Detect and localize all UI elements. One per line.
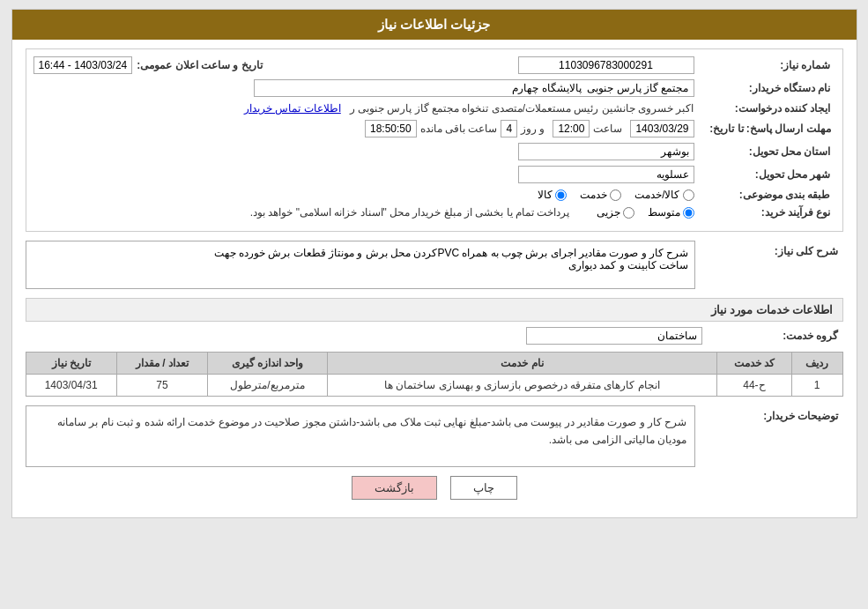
purchase-radio-motavaset[interactable] [683,207,694,219]
category-label-kala: کالا [538,189,553,201]
buyer-notes-label: توضیحات خریدار: [702,410,843,422]
need-number-row: شماره نیاز: 1103096783000291 تاریخ و ساع… [33,56,835,74]
purchase-label-motavaset: متوسط [648,206,680,219]
response-days-value: 4 [501,120,517,137]
purchase-radio-jozi[interactable] [623,207,634,219]
creator-row: ایجاد کننده درخواست: اکبر خسروی جانشین ر… [33,102,835,115]
creator-value: اکبر خسروی جانشین رئیس مستعملات/متصدی تن… [33,102,694,115]
category-label: طبقه بندی موضوعی: [694,189,835,201]
services-table: ردیف کد خدمت نام خدمت واحد اندازه گیری ت… [26,352,843,397]
province-input[interactable] [518,143,694,160]
table-header-row: ردیف کد خدمت نام خدمت واحد اندازه گیری ت… [26,353,842,375]
need-description-label: شرح کلی نیاز: [702,245,843,257]
col-header-unit: واحد اندازه گیری [208,353,328,375]
category-row: طبقه بندی موضوعی: کالا/خدمت خدمت کالا [33,189,835,201]
response-date-value: 1403/03/29 [630,120,694,137]
response-deadline-inline: 1403/03/29 ساعت 12:00 و روز 4 ساعت باقی … [365,120,694,137]
group-service-label: گروه خدمت: [702,330,843,342]
need-description-box: شرح کار و صورت مقادیر اجرای برش چوب به ه… [26,241,695,289]
category-radio-kala[interactable] [555,189,567,201]
response-deadline-row: مهلت ارسال پاسخ: تا تاریخ: 1403/03/29 سا… [33,120,835,137]
response-deadline-label: مهلت ارسال پاسخ: تا تاریخ: [694,123,835,135]
category-label-khedmat: خدمت [580,189,607,201]
days-label: و روز [521,123,549,135]
cell-service-name: انجام کارهای متفرقه درخصوص بازسازی و بهس… [327,375,716,397]
response-remaining-value: 18:50:50 [365,120,417,137]
category-radio-khedmat[interactable] [610,189,621,201]
city-row: شهر محل تحویل: [33,166,835,183]
col-header-service-code: کد خدمت [716,353,791,375]
cell-unit: مترمربع/مترطول [208,375,328,397]
purchase-type-label: نوع فرآیند خرید: [694,206,835,219]
need-info-section: شماره نیاز: 1103096783000291 تاریخ و ساع… [26,48,843,232]
button-row: چاپ بازگشت [26,476,843,500]
creator-contact-link[interactable]: اطلاعات تماس خریدار [244,102,341,115]
announcement-date-label: تاریخ و ساعت اعلان عمومی: [137,59,266,71]
group-service-input[interactable] [526,327,702,345]
need-description-line1: شرح کار و صورت مقادیر اجرای برش چوب به ه… [32,247,689,259]
city-input[interactable] [518,166,694,183]
remaining-label: ساعت باقی مانده [420,123,498,135]
creator-label: ایجاد کننده درخواست: [694,102,835,115]
need-description-line2: ساخت کابینت و کمد دیواری [32,259,689,271]
print-button[interactable]: چاپ [450,476,517,500]
buyer-notes-section: توضیحات خریدار: شرح کار و صورت مقادیر در… [26,405,843,467]
announcement-date-row: تاریخ و ساعت اعلان عمومی: 1403/03/24 - 1… [33,56,267,74]
buyer-org-input[interactable] [254,79,694,97]
col-header-date-need: تاریخ نیاز [26,353,116,375]
category-option-kala-khedmat: کالا/خدمت [634,189,694,201]
main-container: جزئیات اطلاعات نیاز شماره نیاز: 11030967… [11,9,857,518]
purchase-option-jozi: جزیی [597,206,634,219]
services-section-title: اطلاعات خدمات مورد نیاز [26,298,843,322]
need-description-section: شرح کلی نیاز: شرح کار و صورت مقادیر اجرا… [26,241,843,289]
content-area: شماره نیاز: 1103096783000291 تاریخ و ساع… [12,40,857,517]
category-label-kala-khedmat: کالا/خدمت [634,189,679,201]
need-number-label: شماره نیاز: [694,59,835,71]
page-title: جزئیات اطلاعات نیاز [378,17,490,32]
buyer-notes-box: شرح کار و صورت مقادیر در پیوست می باشد-م… [26,405,695,467]
province-row: استان محل تحویل: [33,143,835,160]
col-header-service-name: نام خدمت [327,353,716,375]
buyer-org-row: نام دستگاه خریدار: [33,79,835,97]
col-header-quantity: تعداد / مقدار [116,353,207,375]
announcement-date-value: 1403/03/24 - 16:44 [33,56,133,74]
purchase-type-radio-group: متوسط جزیی پرداخت تمام یا بخشی از مبلغ خ… [250,206,694,219]
buyer-org-label: نام دستگاه خریدار: [694,82,835,94]
need-number-value: 1103096783000291 [518,56,694,74]
col-header-row-num: ردیف [791,353,842,375]
purchase-type-row: نوع فرآیند خرید: متوسط جزیی پرداخت تمام … [33,206,835,219]
city-label: شهر محل تحویل: [694,168,835,181]
cell-row-num: 1 [791,375,842,397]
page-header: جزئیات اطلاعات نیاز [12,10,857,40]
cell-date-need: 1403/04/31 [26,375,116,397]
back-button[interactable]: بازگشت [352,476,437,500]
table-row: 1 ح-44 انجام کارهای متفرقه درخصوص بازساز… [26,375,842,397]
purchase-option-motavaset: متوسط [648,206,694,219]
group-service-row: گروه خدمت: [26,327,843,345]
cell-service-code: ح-44 [716,375,791,397]
category-radio-kala-khedmat[interactable] [683,189,694,201]
province-label: استان محل تحویل: [694,145,835,158]
response-time-value: 12:00 [553,120,590,137]
services-section: اطلاعات خدمات مورد نیاز گروه خدمت: ردیف … [26,298,843,397]
category-option-khedmat: خدمت [580,189,621,201]
purchase-notice: پرداخت تمام یا بخشی از مبلغ خریدار محل "… [250,206,570,219]
category-option-kala: کالا [538,189,567,201]
time-label: ساعت [593,123,627,135]
purchase-label-jozi: جزیی [597,206,620,219]
category-radio-group: کالا/خدمت خدمت کالا [538,189,694,201]
cell-quantity: 75 [116,375,207,397]
